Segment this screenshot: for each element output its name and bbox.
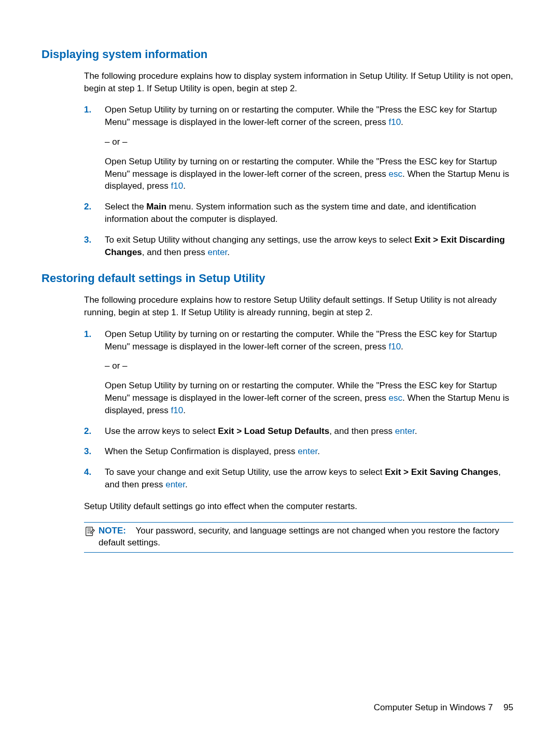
section2-step3: 3. When the Setup Confirmation is displa… — [84, 445, 513, 458]
step-body: When the Setup Confirmation is displayed… — [105, 445, 513, 458]
text: . — [401, 117, 403, 127]
heading-displaying-system-information: Displaying system information — [41, 47, 519, 63]
section1-step1: 1. Open Setup Utility by turning on or r… — [84, 104, 513, 192]
or-divider: – or – — [105, 360, 513, 372]
text: . — [185, 480, 188, 489]
step-number: 4. — [84, 466, 105, 491]
text: Open Setup Utility by turning on or rest… — [105, 329, 497, 352]
step3-para: To exit Setup Utility without changing a… — [105, 234, 513, 259]
step2-para: Use the arrow keys to select Exit > Load… — [105, 425, 513, 438]
step-body: Open Setup Utility by turning on or rest… — [105, 328, 513, 417]
heading-restoring-default-settings: Restoring default settings in Setup Util… — [41, 271, 519, 287]
step-number: 2. — [84, 425, 105, 438]
bold-main: Main — [146, 202, 166, 212]
section2-intro: The following procedure explains how to … — [84, 294, 513, 319]
text: To save your change and exit Setup Utili… — [105, 467, 385, 477]
text: Open Setup Utility by turning on or rest… — [105, 105, 497, 127]
key-enter: enter — [207, 247, 227, 257]
text: Select the — [105, 202, 146, 212]
section2-step4: 4. To save your change and exit Setup Ut… — [84, 466, 513, 491]
section2-step1: 1. Open Setup Utility by turning on or r… — [84, 328, 513, 417]
step1-para2: Open Setup Utility by turning on or rest… — [105, 156, 513, 192]
page-number: 95 — [503, 702, 513, 712]
or-divider: – or – — [105, 136, 513, 148]
bold-load-defaults: Exit > Load Setup Defaults — [218, 426, 329, 436]
step-number: 1. — [84, 328, 105, 417]
step-body: To save your change and exit Setup Utili… — [105, 466, 513, 491]
text: To exit Setup Utility without changing a… — [105, 235, 414, 245]
key-f10: f10 — [388, 117, 401, 127]
section2-content: The following procedure explains how to … — [84, 294, 513, 512]
key-enter: enter — [165, 480, 185, 489]
step-number: 3. — [84, 445, 105, 458]
step-number: 2. — [84, 201, 105, 226]
key-enter: enter — [298, 446, 317, 456]
step4-para: To save your change and exit Setup Utili… — [105, 466, 513, 491]
page-footer: Computer Setup in Windows 7 95 — [374, 701, 513, 714]
key-esc: esc — [388, 169, 402, 179]
step-body: Select the Main menu. System information… — [105, 201, 513, 226]
step-number: 3. — [84, 234, 105, 259]
text: . — [183, 181, 186, 191]
text: . — [401, 342, 403, 352]
step-number: 1. — [84, 104, 105, 192]
note-text: NOTE: Your password, security, and langu… — [99, 525, 513, 550]
note-block: NOTE: Your password, security, and langu… — [84, 522, 513, 553]
step-body: To exit Setup Utility without changing a… — [105, 234, 513, 259]
section1-step3: 3. To exit Setup Utility without changin… — [84, 234, 513, 259]
section1-content: The following procedure explains how to … — [84, 70, 513, 259]
footer-text: Computer Setup in Windows 7 — [374, 702, 493, 712]
key-esc: esc — [388, 393, 402, 403]
section2-closing: Setup Utility default settings go into e… — [84, 500, 513, 513]
key-enter: enter — [395, 426, 415, 436]
section1-step2: 2. Select the Main menu. System informat… — [84, 201, 513, 226]
section2-step2: 2. Use the arrow keys to select Exit > L… — [84, 425, 513, 438]
step-body: Open Setup Utility by turning on or rest… — [105, 104, 513, 192]
text: . — [415, 426, 417, 436]
section2-steps: 1. Open Setup Utility by turning on or r… — [84, 328, 513, 491]
key-f10: f10 — [388, 342, 401, 352]
step3-para: When the Setup Confirmation is displayed… — [105, 445, 513, 458]
note-label: NOTE: — [99, 526, 126, 536]
text: . — [183, 405, 186, 415]
step1-para1: Open Setup Utility by turning on or rest… — [105, 328, 513, 353]
section1-steps: 1. Open Setup Utility by turning on or r… — [84, 104, 513, 258]
key-f10: f10 — [171, 405, 184, 415]
step1-para1: Open Setup Utility by turning on or rest… — [105, 104, 513, 129]
text: When the Setup Confirmation is displayed… — [105, 446, 298, 456]
step1-para2: Open Setup Utility by turning on or rest… — [105, 379, 513, 416]
step-body: Use the arrow keys to select Exit > Load… — [105, 425, 513, 438]
step2-para: Select the Main menu. System information… — [105, 201, 513, 226]
key-f10: f10 — [171, 181, 184, 191]
bold-exit-saving: Exit > Exit Saving Changes — [385, 467, 498, 477]
section1-intro: The following procedure explains how to … — [84, 70, 513, 95]
note-body: Your password, security, and language se… — [99, 526, 499, 548]
note-icon — [84, 526, 95, 537]
text: Use the arrow keys to select — [105, 426, 218, 436]
text: , and then press — [142, 247, 208, 257]
section2: Restoring default settings in Setup Util… — [41, 271, 519, 553]
text: , and then press — [329, 426, 395, 436]
text: . — [317, 446, 320, 456]
text: . — [227, 247, 230, 257]
